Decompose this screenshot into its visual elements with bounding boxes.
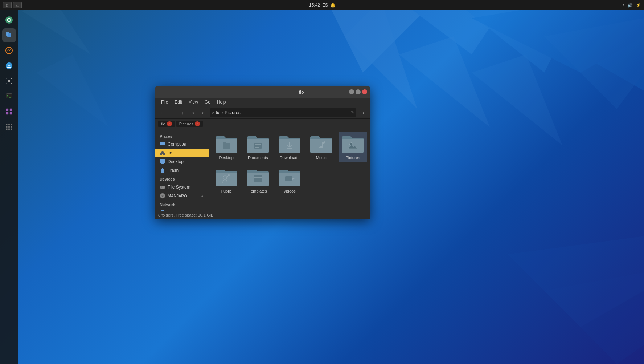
- panel-button-1[interactable]: □: [3, 2, 12, 8]
- file-grid-container: Desktop Documents: [209, 129, 370, 211]
- svg-rect-49: [223, 142, 226, 143]
- panel-button-2[interactable]: ▭: [13, 2, 22, 8]
- file-label-templates: Templates: [249, 189, 267, 194]
- folder-videos-icon: [278, 167, 301, 187]
- svg-rect-35: [160, 159, 165, 163]
- maximize-button[interactable]: [356, 89, 361, 94]
- sidebar-item-manjaro-xfce[interactable]: MANJARO_XFCE... ▲: [155, 191, 209, 200]
- svg-point-13: [5, 16, 13, 24]
- download-icon: [5, 62, 13, 70]
- terminal-icon: [5, 92, 13, 100]
- taskbar-item-settings[interactable]: [2, 74, 16, 88]
- svg-rect-23: [10, 112, 12, 114]
- settings-icon: [5, 77, 13, 85]
- svg-rect-37: [161, 169, 164, 173]
- taskbar-item-grid2[interactable]: [2, 120, 16, 134]
- power-icon[interactable]: ⚡: [636, 3, 641, 8]
- grid2-icon: [5, 123, 13, 131]
- taskbar-item-sysmon[interactable]: [2, 44, 16, 57]
- toolbar: ← → ↑ ⌂ ‹ ⌂ tio › Pictures ✎ ›: [155, 106, 370, 119]
- locale: ES: [322, 3, 328, 8]
- more-icon[interactable]: ›: [623, 3, 624, 8]
- sidebar-item-desktop-label: Desktop: [168, 159, 184, 164]
- next-path-button[interactable]: ›: [358, 108, 368, 117]
- svg-point-55: [349, 142, 352, 145]
- menu-edit[interactable]: Edit: [172, 99, 185, 105]
- svg-point-44: [162, 195, 163, 196]
- sidebar-item-trash[interactable]: Trash: [155, 166, 209, 175]
- top-panel: □ ▭ 15:42 ES 🔔 › 🔊 ⚡: [0, 0, 644, 10]
- svg-point-18: [8, 80, 10, 82]
- notification-icon[interactable]: 🔔: [330, 3, 336, 8]
- menu-help[interactable]: Help: [214, 99, 229, 105]
- volume-icon[interactable]: 🔊: [627, 3, 633, 8]
- file-item-music[interactable]: Music: [307, 132, 336, 162]
- forward-button[interactable]: →: [168, 108, 177, 117]
- sidebar-item-computer[interactable]: Computer: [155, 140, 209, 149]
- file-item-documents[interactable]: Documents: [243, 132, 272, 162]
- tag-pictures: Pictures ×: [176, 121, 203, 127]
- disc-icon: [160, 193, 165, 199]
- sidebar-section-network: Network: [155, 200, 209, 208]
- taskbar: [0, 10, 18, 364]
- folder-public-icon: [215, 167, 238, 187]
- taskbar-item-grid1[interactable]: [2, 105, 16, 118]
- svg-point-41: [161, 187, 162, 188]
- tag-tio-close[interactable]: ×: [167, 121, 172, 126]
- taskbar-item-terminal[interactable]: [2, 89, 16, 103]
- sidebar-item-browse-network[interactable]: Browse Network: [155, 208, 209, 211]
- system-monitor-icon: [5, 46, 13, 54]
- file-item-videos[interactable]: Videos: [275, 165, 304, 196]
- filesystem-icon: [160, 184, 165, 190]
- file-item-templates[interactable]: Templates: [243, 165, 272, 196]
- svg-rect-48: [223, 143, 230, 149]
- path-separator: ›: [222, 110, 223, 115]
- folder-desktop-icon: [215, 134, 238, 154]
- svg-rect-28: [8, 126, 10, 128]
- svg-rect-22: [6, 112, 8, 114]
- svg-rect-38: [160, 169, 165, 169]
- svg-rect-20: [6, 109, 8, 111]
- taskbar-item-files[interactable]: [2, 28, 16, 42]
- svg-rect-60: [285, 176, 292, 181]
- minimize-button[interactable]: [349, 89, 354, 94]
- file-label-desktop: Desktop: [219, 155, 233, 160]
- svg-rect-39: [162, 168, 163, 169]
- sidebar-item-desktop[interactable]: Desktop: [155, 157, 209, 166]
- home-icon: [160, 150, 165, 156]
- sidebar-item-filesystem-label: File System: [168, 185, 190, 190]
- desktop-icon: [160, 159, 165, 165]
- computer-icon: [160, 141, 165, 147]
- taskbar-item-manjaro[interactable]: [2, 13, 16, 27]
- svg-rect-29: [11, 126, 12, 128]
- file-manager-window: tio File Edit View Go Help ← → ↑ ⌂ ‹ ⌂ t…: [155, 86, 370, 219]
- file-item-public[interactable]: Public: [212, 165, 241, 196]
- svg-rect-31: [8, 129, 10, 130]
- home-button[interactable]: ⌂: [188, 108, 197, 117]
- menu-view[interactable]: View: [186, 99, 201, 105]
- svg-rect-15: [7, 33, 11, 37]
- file-item-downloads[interactable]: Downloads: [275, 132, 304, 162]
- sidebar-item-filesystem[interactable]: File System: [155, 183, 209, 191]
- tag-pictures-close[interactable]: ×: [195, 121, 200, 126]
- tag-filter-bar: tio × Pictures ×: [155, 119, 370, 129]
- file-item-pictures[interactable]: Pictures: [339, 132, 367, 162]
- close-button[interactable]: [362, 89, 367, 94]
- menu-go[interactable]: Go: [202, 99, 213, 105]
- svg-rect-27: [6, 126, 8, 128]
- up-button[interactable]: ↑: [178, 108, 187, 117]
- path-edit-button[interactable]: ✎: [351, 110, 354, 115]
- file-item-desktop[interactable]: Desktop: [212, 132, 241, 162]
- path-home-icon: ⌂: [212, 110, 214, 115]
- svg-rect-33: [160, 142, 165, 145]
- menu-file[interactable]: File: [158, 99, 171, 105]
- eject-button[interactable]: ▲: [200, 194, 204, 198]
- back-button[interactable]: ←: [157, 108, 167, 117]
- svg-rect-21: [10, 109, 12, 111]
- svg-rect-25: [8, 124, 10, 125]
- sidebar-item-tio[interactable]: tio: [155, 149, 209, 157]
- prev-path-button[interactable]: ‹: [198, 108, 208, 117]
- title-bar: tio: [155, 86, 370, 98]
- sidebar: Places Computer tio Desktop: [155, 129, 209, 211]
- taskbar-item-download[interactable]: [2, 59, 16, 73]
